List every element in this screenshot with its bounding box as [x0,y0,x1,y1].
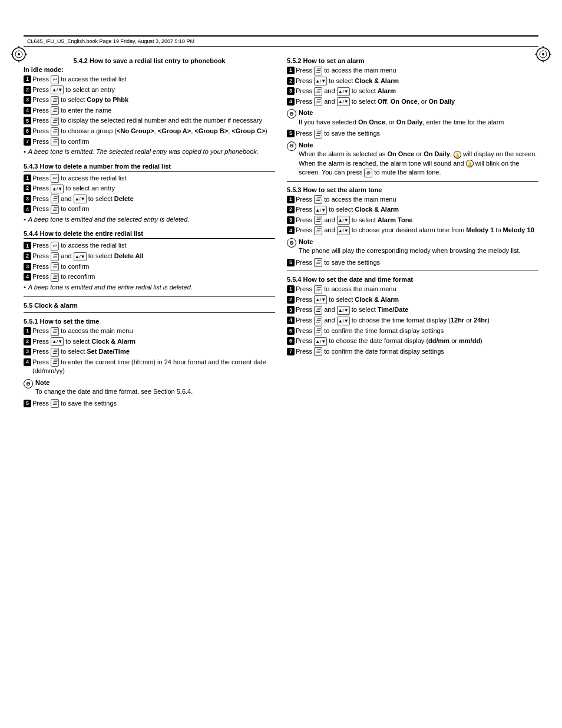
step-text: Press ☰ to reconfirm [32,272,275,282]
section-5-5-3-title: 5.5.3 How to set the alarm tone [287,186,538,193]
note-icon: ⊖ [24,379,33,388]
step-text: Press ☰ to enter the name [32,106,275,116]
step-item: 3 Press ☰ and ▲/▼ to select Alarm [287,87,538,96]
step-item: 6 Press ▲/▼ to choose the date format di… [287,337,538,346]
nav-key: ▲/▼ [337,226,350,235]
note-label: Note [299,109,313,116]
note-content: Note When the alarm is selected as On On… [299,141,538,177]
menu-key: ☰ [51,205,59,214]
note-text: A beep tone is emitted and the entire re… [28,283,193,292]
note-content: Note To change the date and time format,… [35,378,275,397]
step-number: 3 [287,87,295,95]
svg-point-9 [542,53,544,55]
note-text: A beep tone is emitted. The selected red… [28,147,259,156]
section-5-5-title: 5.5 Clock & alarm [24,302,275,309]
step-item: 5 Press ☰ to save the settings [287,258,538,268]
step-item: 4 Press ☰ and ▲/▼ to choose the time for… [287,316,538,325]
menu-key: ☰ [51,399,59,408]
section-4-4-title: 5.4.4 How to delete the entire redial li… [24,230,275,239]
note-text: To change the date and time format, see … [35,388,193,395]
menu-key: ☰ [51,127,59,136]
steps-5-5-1-cont: 5 Press ☰ to save the settings [24,399,275,409]
step-number: 3 [24,348,31,355]
divider-5-5-3 [287,181,538,182]
step-text: Press ☰ to enter the current time (hh:mm… [32,358,275,376]
step-number: 3 [24,96,31,104]
step-item: 3 Press ☰ and ▲/▼ to select Delete [24,195,275,204]
menu-key: ☰ [314,306,322,315]
header-bar: CL645_IFU_US_English.book Page 19 Friday… [24,35,538,47]
step-number: 5 [287,259,295,266]
divider [24,312,275,313]
steps-4-3: 1 Press ↩ to access the redial list 2 Pr… [24,174,275,214]
menu-key: ☰ [51,348,59,357]
step-number: 1 [24,242,31,249]
menu-key: ☰ [314,258,322,267]
mute-key: ⊗ [364,169,372,177]
step-text: Press ☰ to display the selected redial n… [32,116,275,126]
note-text: When the alarm is selected as On Once or… [299,150,537,176]
nav-key: ▲/▼ [337,87,350,96]
step-text: Press ☰ to save the settings [296,258,538,268]
step-item: 5 Press ☰ to confirm the time format dis… [287,327,538,336]
step-item: 4 Press ☰ and ▲/▼ to select Off, On Once… [287,97,538,107]
step-item: 3 Press ☰ to confirm [24,262,275,272]
step-text: Press ☰ to confirm [32,137,275,147]
nav-key: ▲/▼ [337,97,350,106]
menu-key: ☰ [314,195,322,204]
step-number: 4 [287,226,295,234]
header-text: CL645_IFU_US_English.book Page 19 Friday… [27,38,194,44]
nav-key: ▲/▼ [337,216,350,225]
step-number: 2 [24,252,31,260]
step-item: 7 Press ☰ to confirm the date format dis… [287,347,538,357]
section-5-5-4-title: 5.5.4 How to set the date and time forma… [287,276,538,283]
step-text: Press ▲/▼ to select an entry [32,85,275,95]
note-text: A beep tone is emitted and the selected … [28,215,190,224]
steps-5-5-2-cont: 5 Press ☰ to save the settings [287,129,538,139]
note-4-4: A beep tone is emitted and the entire re… [24,283,275,292]
note-icon: ⊖ [287,109,296,118]
step-number: 7 [287,348,295,355]
step-number: 2 [287,206,295,213]
menu-key: ☰ [314,216,322,225]
nav-key: ▲/▼ [51,337,64,346]
step-text: Press ☰ to save the settings [32,399,275,409]
step-item: 3 Press ☰ to select Set Date/Time [24,347,275,357]
nav-key: ▲/▼ [74,252,87,261]
step-text: Press ▲/▼ to select Clock & Alarm [32,337,275,347]
step-text: Press ☰ to confirm the date format displ… [296,347,538,357]
step-number: 4 [24,205,31,213]
note-label: Note [35,379,49,386]
step-text: Press ☰ to access the main menu [296,195,538,205]
step-number: 2 [24,338,31,345]
step-text: Press ☰ to choose a group (<No Group>, <… [32,127,275,136]
right-column: 5.5.2 How to set an alarm 1 Press ☰ to a… [287,52,538,409]
step-number: 5 [24,117,31,124]
note-box-5-5-1: ⊖ Note To change the date and time forma… [24,378,275,397]
nav-key: ▲/▼ [74,195,87,203]
step-number: 3 [287,216,295,224]
left-column: 5.4.2 How to save a redial list entry to… [24,52,275,409]
step-item: 2 Press ☰ and ▲/▼ to select Delete All [24,252,275,261]
alarm-icon: 🔔 [454,151,461,159]
page: CL645_IFU_US_English.book Page 19 Friday… [0,35,562,728]
nav-key: ▲/▼ [314,337,327,346]
menu-key: ☰ [51,273,59,282]
menu-key: ☰ [51,96,59,105]
note-4-2: A beep tone is emitted. The selected red… [24,147,275,156]
section-5-5-1-title: 5.5.1 How to set the time [24,318,275,325]
nav-key: ▲/▼ [337,306,350,315]
step-item: 2 Press ▲/▼ to select Clock & Alarm [287,205,538,215]
step-text: Press ☰ to confirm [32,205,275,214]
menu-key: ☰ [51,106,59,115]
menu-key: ☰ [314,226,322,235]
step-text: Press ☰ and ▲/▼ to select Delete [32,195,275,204]
step-item: 4 Press ☰ to enter the name [24,106,275,116]
step-item: 3 Press ☰ and ▲/▼ to select Alarm Tone [287,216,538,225]
menu-key: ☰ [51,358,59,367]
step-number: 5 [287,130,295,137]
step-item: 2 Press ▲/▼ to select Clock & Alarm [24,337,275,347]
note-box-5-5-3: ⊖ Note The phone will play the correspon… [287,238,538,256]
step-text: Press ☰ and ▲/▼ to select Off, On Once, … [296,97,538,107]
step-number: 4 [24,358,31,366]
